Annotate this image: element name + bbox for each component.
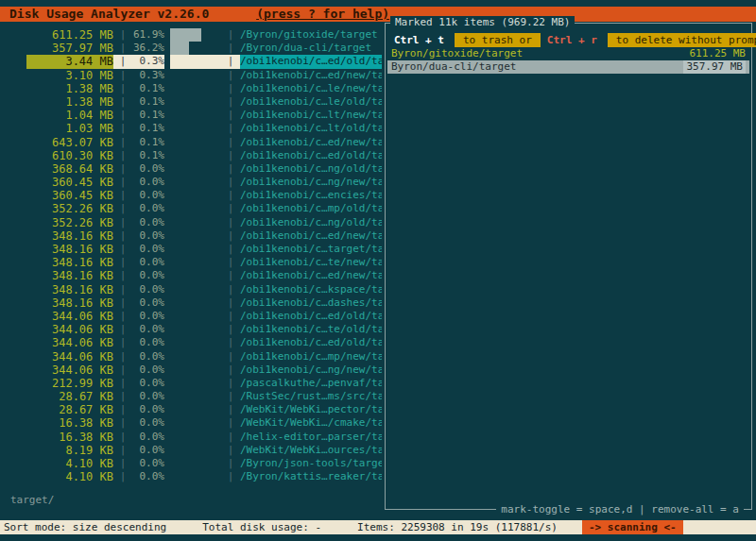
- column-separator: |: [221, 95, 240, 109]
- table-row[interactable]: 344.06 KB | 0.0% | /obi1kenobi/c…ed/old/…: [0, 336, 382, 349]
- row-percent: 0.0%: [132, 416, 164, 430]
- usage-bar: [170, 416, 221, 430]
- usage-bar: [170, 82, 221, 95]
- table-row[interactable]: 352.26 KB | 0.0% | /obi1kenobi/c…ng/old/…: [0, 216, 382, 229]
- usage-bar: [170, 256, 221, 269]
- usage-bar: [170, 403, 221, 416]
- table-row[interactable]: 610.30 KB | 0.1% | /obi1kenobi/c…ed/old/…: [0, 149, 382, 162]
- row-size: 28.67 KB: [26, 390, 113, 403]
- row-percent: 0.1%: [132, 149, 164, 162]
- table-row[interactable]: 360.45 KB | 0.0% | /obi1kenobi/c…encies/…: [0, 189, 382, 202]
- column-separator: |: [221, 323, 240, 336]
- table-row[interactable]: 368.64 KB | 0.0% | /obi1kenobi/c…ng/old/…: [0, 162, 382, 176]
- table-row[interactable]: 8.19 KB | 0.0% | /WebKit/WebKi…ources/ta…: [0, 444, 382, 457]
- column-separator: |: [221, 28, 240, 42]
- table-row[interactable]: 348.16 KB | 0.0% | /obi1kenobi/c…dashes/…: [0, 296, 382, 310]
- table-row[interactable]: 348.16 KB | 0.0% | /obi1kenobi/c…kspace/…: [0, 283, 382, 296]
- usage-bar: [170, 377, 221, 390]
- column-separator: |: [221, 444, 240, 457]
- table-row[interactable]: 212.99 KB | 0.0% | /pascalkuthe/…penvaf/…: [0, 377, 382, 390]
- row-size: 360.45 KB: [26, 176, 113, 189]
- column-separator: |: [221, 416, 240, 430]
- table-row[interactable]: 348.16 KB | 0.0% | /obi1kenobi/c…ed/new/…: [0, 269, 382, 282]
- usage-bar: [170, 431, 221, 444]
- row-percent: 0.0%: [132, 390, 164, 403]
- column-separator: |: [113, 176, 132, 189]
- row-percent: 0.0%: [132, 363, 164, 377]
- table-row[interactable]: 643.07 KB | 0.1% | /obi1kenobi/c…ed/new/…: [0, 136, 382, 149]
- marked-list-item[interactable]: Byron/gitoxide/target 611.25 MB: [387, 47, 749, 60]
- column-separator: |: [113, 350, 132, 363]
- table-row[interactable]: 348.16 KB | 0.0% | /obi1kenobi/c…te/new/…: [0, 256, 382, 269]
- table-row[interactable]: 3.44 MB | 0.3% | /obi1kenobi/c…ed/old/ta…: [0, 55, 382, 68]
- table-row[interactable]: 1.03 MB | 0.1% | /obi1kenobi/c…lt/old/ta…: [0, 122, 382, 135]
- column-separator: |: [113, 416, 132, 430]
- column-separator: |: [221, 470, 240, 483]
- trash-action-badge[interactable]: to trash or: [455, 33, 541, 47]
- usage-bar: [170, 269, 221, 282]
- table-row[interactable]: 348.16 KB | 0.0% | /obi1kenobi/c…target/…: [0, 243, 382, 256]
- column-separator: |: [221, 350, 240, 363]
- row-path: /obi1kenobi/c…ed/old/target: [240, 310, 382, 323]
- row-percent: 0.0%: [132, 189, 164, 202]
- column-separator: |: [113, 470, 132, 483]
- row-path: /obi1kenobi/c…ng/old/target: [240, 162, 382, 176]
- table-row[interactable]: 344.06 KB | 0.0% | /obi1kenobi/c…ng/new/…: [0, 363, 382, 377]
- table-row[interactable]: 348.16 KB | 0.0% | /obi1kenobi/c…ed/new/…: [0, 229, 382, 243]
- row-size: 344.06 KB: [26, 350, 113, 363]
- table-row[interactable]: 28.67 KB | 0.0% | /WebKit/WebKi…pector/t…: [0, 403, 382, 416]
- table-row[interactable]: 360.45 KB | 0.0% | /obi1kenobi/c…ng/new/…: [0, 176, 382, 189]
- help-link[interactable]: (press ? for help): [256, 7, 389, 21]
- row-percent: 0.0%: [132, 283, 164, 296]
- table-row[interactable]: 352.26 KB | 0.0% | /obi1kenobi/c…mp/old/…: [0, 202, 382, 215]
- table-row[interactable]: 1.04 MB | 0.1% | /obi1kenobi/c…lt/new/ta…: [0, 109, 382, 122]
- table-row[interactable]: 4.10 KB | 0.0% | /Byron/json-tools/targe…: [0, 457, 382, 470]
- row-size: 28.67 KB: [26, 403, 113, 416]
- usage-bar: [170, 350, 221, 363]
- usage-bar: [170, 28, 221, 42]
- usage-bar: [170, 202, 221, 215]
- column-separator: |: [113, 269, 132, 282]
- usage-bar-fill: [170, 42, 189, 55]
- row-size: 1.38 MB: [26, 82, 113, 95]
- delete-shortcut-key: Ctrl + r: [541, 33, 604, 47]
- row-size: 348.16 KB: [26, 283, 113, 296]
- table-row[interactable]: 16.38 KB | 0.0% | /helix-editor…parser/t…: [0, 431, 382, 444]
- item-path: Byron/gitoxide/target: [391, 47, 689, 60]
- row-path: /Byron/dua-cli/target: [240, 42, 382, 55]
- table-row[interactable]: 3.10 MB | 0.3% | /obi1kenobi/c…ed/new/ta…: [0, 69, 382, 82]
- usage-bar: [170, 283, 221, 296]
- table-row[interactable]: 344.06 KB | 0.0% | /obi1kenobi/c…mp/new/…: [0, 350, 382, 363]
- column-separator: |: [221, 310, 240, 323]
- table-row[interactable]: 611.25 MB | 61.9% | /Byron/gitoxide/targ…: [0, 28, 382, 42]
- marked-list-item[interactable]: Byron/dua-cli/target 357.97 MB: [387, 60, 749, 74]
- row-path: /Byron/kattis…reaker/target: [240, 470, 382, 483]
- column-separator: |: [221, 283, 240, 296]
- row-percent: 0.0%: [132, 403, 164, 416]
- row-size: 357.97 MB: [26, 42, 113, 55]
- table-row[interactable]: 4.10 KB | 0.0% | /Byron/kattis…reaker/ta…: [0, 470, 382, 483]
- usage-bar: [170, 162, 221, 176]
- table-row[interactable]: 16.38 KB | 0.0% | /WebKit/WebKi…/cmake/t…: [0, 416, 382, 430]
- usage-bar: [170, 310, 221, 323]
- table-row[interactable]: 1.38 MB | 0.1% | /obi1kenobi/c…le/old/ta…: [0, 95, 382, 109]
- disk-usage-analyzer-screen: Disk Usage Analyzer v2.26.0 (press ? for…: [0, 0, 756, 541]
- app-title: Disk Usage Analyzer v2.26.0: [9, 7, 209, 21]
- table-row[interactable]: 1.38 MB | 0.1% | /obi1kenobi/c…le/new/ta…: [0, 82, 382, 95]
- row-size: 1.03 MB: [26, 122, 113, 135]
- marked-panel-title: Marked 11k items (969.22 MB): [390, 16, 575, 29]
- row-percent: 0.1%: [132, 82, 164, 95]
- row-percent: 0.0%: [132, 256, 164, 269]
- column-separator: |: [221, 296, 240, 310]
- column-separator: |: [221, 431, 240, 444]
- table-row[interactable]: 344.06 KB | 0.0% | /obi1kenobi/c…ed/old/…: [0, 310, 382, 323]
- usage-bar: [170, 189, 221, 202]
- table-row[interactable]: 357.97 MB | 36.2% | /Byron/dua-cli/targe…: [0, 42, 382, 55]
- column-separator: |: [113, 431, 132, 444]
- marked-panel: Marked 11k items (969.22 MB) Ctrl + t to…: [385, 23, 752, 510]
- delete-action-badge[interactable]: to delete without prompt: [608, 33, 756, 47]
- table-row[interactable]: 344.06 KB | 0.0% | /obi1kenobi/c…te/old/…: [0, 323, 382, 336]
- table-row[interactable]: 28.67 KB | 0.0% | /RustSec/rust…ms/src/t…: [0, 390, 382, 403]
- item-size: 611.25 MB: [689, 47, 746, 60]
- row-path: /obi1kenobi/c…ed/new/target: [240, 136, 382, 149]
